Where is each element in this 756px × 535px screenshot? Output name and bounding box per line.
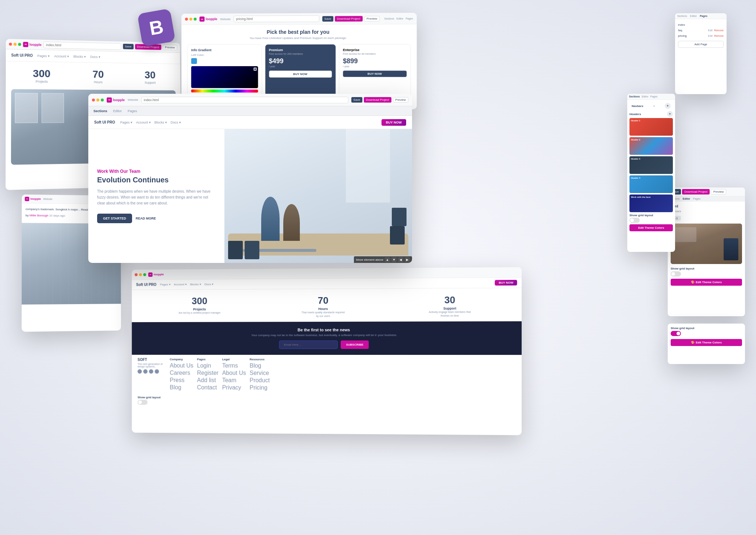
pages-tab-sections[interactable]: Sections	[677, 15, 687, 17]
social-icon-gh[interactable]	[155, 369, 159, 374]
pages-tab-editor[interactable]: Editor	[690, 15, 697, 17]
swatch-blue[interactable]	[191, 58, 197, 64]
navbars-section[interactable]: Navbars › +	[629, 102, 673, 110]
move-up-btn[interactable]: ▲	[385, 257, 390, 262]
card-download-btn[interactable]: Download Project	[682, 189, 710, 195]
bottom-grid-toggle[interactable]	[671, 331, 742, 336]
main-save-btn[interactable]: Save	[351, 97, 362, 103]
dot-yellow	[14, 43, 17, 46]
header-thumb-5[interactable]: Work with the best	[629, 195, 673, 212]
monitor-save-btn[interactable]: Save	[123, 44, 134, 49]
navbars-toggle-icon: ›	[653, 104, 654, 108]
stats-nav-pages[interactable]: Pages ▾	[160, 283, 170, 286]
card-tab-pages[interactable]: Pages	[693, 197, 700, 200]
page-pricing-edit[interactable]: Edit	[708, 35, 713, 37]
hero-read-more-btn[interactable]: READ MORE	[136, 214, 156, 223]
monitor-nav-account[interactable]: Account ▾	[54, 54, 69, 58]
pricing-url: pricing.html	[234, 15, 319, 22]
stats-nav-blocks[interactable]: Blocks ▾	[190, 283, 201, 286]
main-download-btn[interactable]: Download Project	[364, 97, 391, 103]
add-page-btn[interactable]: Add Page	[678, 41, 724, 48]
enterprise-buy-btn[interactable]: BUY NOW	[343, 71, 407, 77]
pricing-tab-editor[interactable]: Editor	[397, 17, 404, 20]
header-thumb-3[interactable]: Header 3	[629, 156, 673, 174]
stats-buy-now-btn[interactable]: BUY NOW	[495, 280, 517, 286]
hero-get-started-btn[interactable]: GET STARTED	[97, 214, 132, 223]
sections-tab-sections[interactable]: Sections	[629, 95, 640, 98]
social-icon-tw[interactable]	[143, 369, 148, 374]
dot-yellow-stats	[139, 273, 142, 276]
nav-docs[interactable]: Docs ▾	[171, 121, 181, 124]
card-grid-toggle[interactable]	[671, 271, 742, 277]
pages-panel-content: index faq Edit Remove pricing Edit Remov…	[675, 19, 727, 51]
page-pricing-label: pricing	[678, 34, 687, 38]
card-toggle-track[interactable]	[671, 271, 681, 277]
header-thumb-2[interactable]: Header 2	[629, 137, 673, 155]
monitor-browser-dots	[9, 42, 21, 46]
main-buy-now-btn[interactable]: BUY NOW	[381, 119, 406, 126]
bootstrap-letter: B	[148, 15, 165, 40]
stats-desc-1: Are led by a certified project manager	[178, 311, 220, 315]
move-left-btn[interactable]: ◀	[398, 257, 403, 262]
tab-editor[interactable]: Editor	[113, 109, 122, 113]
pricing-tab-pages[interactable]: Pages	[405, 17, 413, 19]
nav-account[interactable]: Account ▾	[136, 121, 151, 124]
headers-section[interactable]: Headers +	[629, 110, 673, 118]
pricing-tab-sections[interactable]: Sections	[384, 17, 394, 20]
card-preview-btn[interactable]: Preview	[711, 189, 726, 195]
gradient-box[interactable]	[191, 66, 258, 88]
card-panel-screen: Save Download Project Preview Sections E…	[668, 188, 745, 316]
blog-by: by	[25, 214, 29, 217]
bottom-edit-theme-btn[interactable]: 🎨 Edit Theme Colors	[671, 339, 742, 346]
nav-blocks[interactable]: Blocks ▾	[155, 121, 167, 124]
move-down-btn[interactable]: ▼	[391, 257, 397, 262]
page-faq-remove[interactable]: Remove	[714, 29, 724, 32]
pricing-download-btn[interactable]: Download Project	[335, 16, 362, 21]
toggle-track[interactable]	[629, 218, 640, 223]
page-faq-edit[interactable]: Edit	[708, 29, 713, 32]
card-edit-theme-btn[interactable]: 🎨 Edit Theme Colors	[671, 279, 742, 286]
pages-tab-pages[interactable]: Pages	[700, 15, 707, 17]
stats-nav-account[interactable]: Account ▾	[174, 283, 187, 286]
page-pricing-remove[interactable]: Remove	[714, 35, 724, 37]
sections-tab-editor[interactable]: Editor	[642, 95, 648, 98]
hue-slider[interactable]	[191, 89, 258, 92]
stats-toggle-track[interactable]	[138, 400, 148, 405]
pricing-enterprise-card: Enterprise Free access for all members $…	[339, 44, 411, 97]
pricing-save-btn[interactable]: Save	[322, 16, 333, 21]
tab-sections[interactable]: Sections	[93, 109, 107, 113]
email-input[interactable]	[279, 340, 338, 349]
pricing-preview-btn[interactable]: Preview	[364, 16, 380, 21]
stats-grid-toggle[interactable]	[138, 400, 516, 406]
bottom-toggle-track[interactable]	[671, 331, 681, 336]
tab-pages[interactable]: Pages	[128, 109, 137, 113]
show-grid-toggle[interactable]	[629, 218, 673, 223]
subscribe-btn[interactable]: SUBSCRIBE	[341, 340, 368, 349]
move-right-btn[interactable]: ▶	[405, 257, 410, 262]
footer-social-icons	[138, 369, 166, 374]
edit-theme-btn[interactable]: Edit Theme Colors	[629, 224, 673, 231]
header-thumb-4[interactable]: Header 4	[629, 175, 673, 193]
monitor-nav-docs[interactable]: Docs ▾	[90, 55, 100, 58]
header-thumb-1[interactable]: Header 1	[629, 118, 673, 136]
monitor-nav-pages[interactable]: Pages ▾	[37, 54, 50, 58]
card-tab-editor[interactable]: Editor	[683, 197, 690, 200]
social-icon-fb[interactable]	[138, 369, 142, 374]
navbars-count: +	[665, 103, 671, 109]
color-picker-title: Info Gradient	[191, 48, 258, 52]
stats-stat2: 70 Hours That meets quality standards re…	[301, 295, 345, 318]
monitor-nav-blocks[interactable]: Blocks ▾	[73, 54, 86, 58]
monitor-preview-btn[interactable]: Preview	[163, 44, 177, 50]
nav-pages[interactable]: Pages ▾	[120, 121, 132, 124]
monitor-stat-1: 300 Projects	[33, 68, 50, 83]
main-nav-brand: Soft UI PRO	[94, 120, 115, 124]
sections-tab-pages[interactable]: Pages	[650, 95, 657, 98]
main-preview-btn[interactable]: Preview	[393, 97, 408, 103]
blog-author[interactable]: Millie Borough	[29, 214, 48, 217]
dot-green-main	[101, 99, 104, 101]
main-browser-bar: ∞ loopple Website index.html Save Downlo…	[88, 94, 412, 106]
stats-nav-docs[interactable]: Docs ▾	[205, 283, 213, 286]
monitor-url: index.html	[43, 42, 121, 50]
premium-buy-btn[interactable]: BUY NOW	[269, 71, 332, 78]
social-icon-ig[interactable]	[149, 369, 153, 374]
